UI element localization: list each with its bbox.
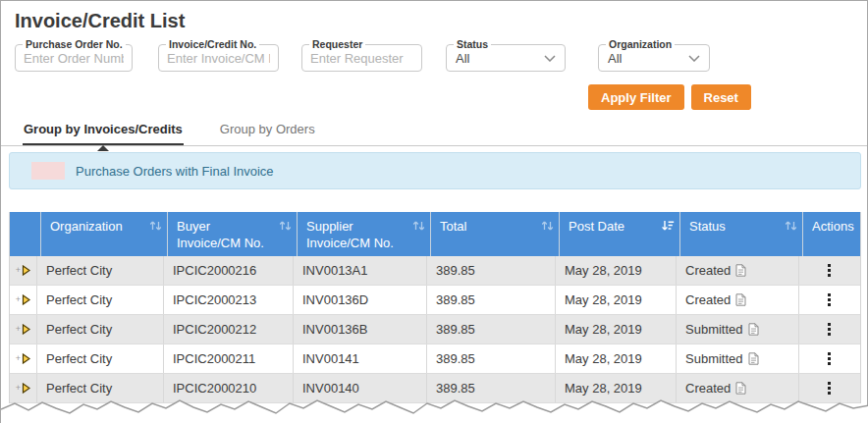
sort-arrows-icon[interactable]: [149, 220, 162, 232]
torn-edge-decoration: [1, 396, 868, 423]
final-invoice-legend-banner: Purchase Orders with Final Invoice: [9, 152, 861, 189]
row-actions-menu-button[interactable]: [799, 256, 858, 285]
cell-supplier-invoice: INV00136B: [294, 315, 427, 344]
table-body: +Perfect CityIPCIC2000216INV0013A1389.85…: [10, 256, 860, 403]
plus-mark: +: [16, 325, 21, 334]
invoice-credit-table: OrganizationBuyer Invoice/CM No.Supplier…: [9, 212, 861, 403]
row-actions-menu-button[interactable]: [799, 315, 858, 344]
expand-arrow-icon: [22, 353, 30, 364]
cell-status: Created: [677, 256, 799, 285]
banner-text: Purchase Orders with Final Invoice: [76, 164, 274, 179]
sort-arrows-icon[interactable]: [785, 220, 797, 232]
sort-arrows-icon[interactable]: [279, 220, 292, 232]
cell-total: 389.85: [427, 315, 556, 344]
status-selected-value: All: [456, 51, 469, 66]
invoice-credit-field: Invoice/Credit No.: [158, 44, 279, 72]
cell-organization: Perfect City: [37, 315, 164, 344]
status-text: Submitted: [685, 344, 743, 373]
column-label: Organization: [50, 219, 123, 234]
column-header-status[interactable]: Status: [680, 212, 803, 256]
reset-button[interactable]: Reset: [691, 84, 751, 110]
organization-selected-value: All: [608, 51, 622, 66]
document-icon[interactable]: [735, 293, 746, 306]
sort-descending-icon[interactable]: [661, 220, 675, 232]
cell-supplier-invoice: INV00136D: [294, 286, 427, 314]
requester-label: Requester: [309, 38, 365, 50]
expand-arrow-icon: [22, 294, 30, 305]
apply-filter-button[interactable]: Apply Filter: [588, 84, 684, 110]
organization-label: Organization: [606, 38, 675, 50]
table-row: +Perfect CityIPCIC2000216INV0013A1389.85…: [10, 256, 860, 286]
row-expand-button[interactable]: +: [10, 286, 37, 314]
organization-select[interactable]: Organization All: [598, 44, 710, 72]
cell-organization: Perfect City: [37, 256, 164, 285]
document-icon[interactable]: [748, 323, 759, 336]
invoice-credit-list-page: Invoice/Credit List Purchase Order No. I…: [0, 0, 868, 423]
column-label: Actions: [812, 219, 854, 234]
tab-group-by-orders[interactable]: Group by Orders: [219, 120, 316, 145]
kebab-menu-icon: [828, 264, 831, 277]
table-row: +Perfect CityIPCIC2000212INV00136B389.85…: [10, 315, 860, 344]
expand-column-header: [10, 212, 41, 256]
row-expand-button[interactable]: +: [10, 315, 37, 344]
invoice-credit-label: Invoice/Credit No.: [166, 38, 259, 50]
cell-post-date: May 28, 2019: [556, 286, 677, 314]
cell-status: Submitted: [677, 344, 799, 373]
document-icon[interactable]: [735, 264, 746, 277]
chevron-down-icon: [544, 55, 556, 62]
cell-total: 389.85: [427, 286, 556, 314]
cell-status: Created: [677, 286, 799, 314]
purchase-order-field: Purchase Order No.: [15, 44, 133, 72]
status-label: Status: [454, 38, 491, 50]
expand-arrow-icon: [22, 383, 30, 394]
cell-post-date: May 28, 2019: [556, 315, 677, 344]
row-expand-button[interactable]: +: [10, 256, 37, 285]
final-invoice-color-swatch: [31, 162, 65, 180]
column-label: Post Date: [569, 219, 624, 234]
plus-mark: +: [16, 354, 21, 363]
row-expand-button[interactable]: +: [10, 344, 37, 373]
column-header-buyer-invoice-cm-no[interactable]: Buyer Invoice/CM No.: [168, 212, 298, 256]
sort-arrows-icon[interactable]: [412, 220, 425, 232]
status-text: Created: [685, 286, 731, 314]
cell-organization: Perfect City: [37, 344, 164, 373]
table-row: +Perfect CityIPCIC2000213INV00136D389.85…: [10, 286, 860, 315]
tab-group-by-invoices-credits[interactable]: Group by Invoices/Credits: [23, 120, 184, 145]
tab-label: Group by Orders: [220, 122, 315, 136]
filter-actions: Apply Filter Reset: [588, 84, 751, 110]
row-actions-menu-button[interactable]: [799, 344, 858, 373]
cell-buyer-invoice: IPCIC2000213: [164, 286, 294, 314]
cell-buyer-invoice: IPCIC2000211: [164, 344, 294, 373]
row-actions-menu-button[interactable]: [799, 286, 858, 314]
active-tab-caret: [97, 145, 109, 151]
cell-total: 389.85: [427, 256, 556, 285]
column-header-total[interactable]: Total: [431, 212, 560, 256]
plus-mark: +: [16, 295, 21, 304]
cell-buyer-invoice: IPCIC2000212: [164, 315, 294, 344]
cell-buyer-invoice: IPCIC2000216: [164, 256, 294, 285]
page-title: Invoice/Credit List: [15, 10, 185, 32]
chevron-down-icon: [688, 55, 700, 62]
document-icon[interactable]: [748, 352, 759, 365]
table-row: +Perfect CityIPCIC2000211INV00141389.85M…: [10, 344, 860, 374]
expand-arrow-icon: [22, 324, 30, 335]
status-select[interactable]: Status All: [446, 44, 566, 72]
tab-bar: Group by Invoices/Credits Group by Order…: [1, 120, 867, 146]
plus-mark: +: [16, 384, 21, 393]
status-text: Submitted: [685, 315, 743, 344]
column-header-post-date[interactable]: Post Date: [560, 212, 680, 256]
expand-arrow-icon: [22, 265, 30, 276]
cell-status: Submitted: [677, 315, 799, 344]
sort-arrows-icon[interactable]: [541, 220, 554, 232]
cell-supplier-invoice: INV00141: [294, 344, 427, 373]
plus-mark: +: [16, 266, 21, 275]
column-header-organization[interactable]: Organization: [41, 212, 168, 256]
cell-organization: Perfect City: [37, 286, 164, 314]
column-label: Status: [689, 219, 726, 234]
kebab-menu-icon: [828, 382, 831, 395]
column-header-supplier-invoice-cm-no[interactable]: Supplier Invoice/CM No.: [298, 212, 431, 256]
cell-post-date: May 28, 2019: [556, 344, 677, 373]
document-icon[interactable]: [735, 382, 746, 395]
tab-label: Group by Invoices/Credits: [24, 122, 183, 136]
column-header-actions: Actions: [803, 212, 862, 256]
